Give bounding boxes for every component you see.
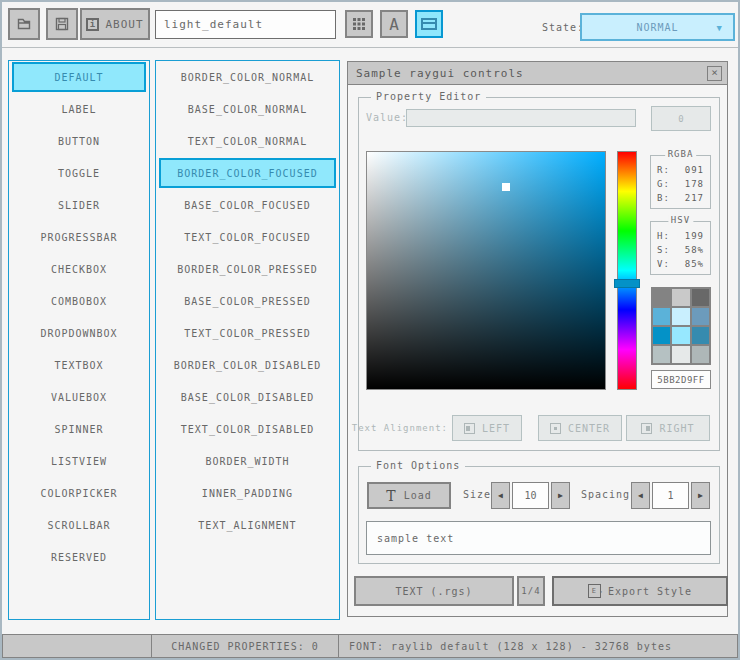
close-button[interactable]: ×	[707, 66, 722, 81]
palette-color[interactable]	[653, 289, 670, 306]
style-table-mode-button[interactable]	[345, 10, 373, 38]
list-item-text-color-pressed[interactable]: TEXT_COLOR_PRESSED	[156, 317, 339, 349]
list-item-progressbar[interactable]: PROGRESSBAR	[9, 221, 149, 253]
export-style-button[interactable]: E› Export Style	[552, 576, 728, 606]
controls-mode-button[interactable]	[415, 10, 443, 38]
palette-color[interactable]	[672, 289, 689, 306]
list-item-base-color-pressed[interactable]: BASE_COLOR_PRESSED	[156, 285, 339, 317]
statusbar-left-section	[2, 634, 152, 658]
state-label: State:	[542, 22, 584, 33]
size-increment-button[interactable]: ▶	[551, 482, 570, 509]
sample-window: Sample raygui controls × Property Editor…	[347, 61, 728, 617]
list-item-default[interactable]: DEFAULT	[12, 62, 146, 92]
save-file-button[interactable]	[46, 8, 78, 40]
rgba-group: RGBA R:091 G:178 B:217	[650, 155, 711, 209]
controls-listview: DEFAULT LABEL BUTTON TOGGLE SLIDER PROGR…	[8, 60, 150, 620]
list-item-border-color-disabled[interactable]: BORDER_COLOR_DISABLED	[156, 349, 339, 381]
spacing-decrement-button[interactable]: ◀	[631, 482, 650, 509]
arrow-left-icon: ◀	[638, 491, 643, 500]
list-item-button[interactable]: BUTTON	[9, 125, 149, 157]
palette-color[interactable]	[692, 346, 709, 363]
list-item-dropdownbox[interactable]: DROPDOWNBOX	[9, 317, 149, 349]
rgba-row-g: G:178	[651, 179, 710, 192]
list-item-checkbox[interactable]: CHECKBOX	[9, 253, 149, 285]
font-sample-textbox[interactable]: sample text	[366, 521, 711, 555]
about-button[interactable]: i ABOUT	[80, 8, 150, 40]
palette-color[interactable]	[653, 346, 670, 363]
list-item-border-color-pressed[interactable]: BORDER_COLOR_PRESSED	[156, 253, 339, 285]
spacing-increment-button[interactable]: ▶	[691, 482, 710, 509]
list-item-text-color-disabled[interactable]: TEXT_COLOR_DISABLED	[156, 413, 339, 445]
palette-color[interactable]	[672, 346, 689, 363]
about-button-label: ABOUT	[105, 18, 143, 31]
open-file-button[interactable]	[8, 8, 40, 40]
list-item-border-color-normal[interactable]: BORDER_COLOR_NORMAL	[156, 61, 339, 93]
list-item-base-color-normal[interactable]: BASE_COLOR_NORMAL	[156, 93, 339, 125]
align-center-button[interactable]: CENTER	[538, 415, 622, 441]
text-glyph-icon: T	[386, 489, 396, 503]
list-item-text-alignment[interactable]: TEXT_ALIGNMENT	[156, 509, 339, 541]
list-item-toggle[interactable]: TOGGLE	[9, 157, 149, 189]
window-icon	[421, 18, 437, 30]
color-saturation-value-picker[interactable]	[366, 151, 606, 390]
hue-slider-thumb[interactable]	[614, 279, 640, 288]
list-item-text-color-normal[interactable]: TEXT_COLOR_NORMAL	[156, 125, 339, 157]
property-editor-group-label: Property Editor	[371, 91, 486, 102]
export-format-button[interactable]: TEXT (.rgs)	[354, 576, 514, 606]
size-decrement-button[interactable]: ◀	[491, 482, 510, 509]
grid-icon	[352, 17, 366, 31]
palette-color[interactable]	[653, 308, 670, 325]
rguistyler-window: i ABOUT A State: NORMAL ▼ DEFAULT LABEL …	[0, 0, 740, 660]
value-input[interactable]	[406, 109, 636, 127]
list-item-text-color-focused[interactable]: TEXT_COLOR_FOCUSED	[156, 221, 339, 253]
color-picker-marker[interactable]	[502, 183, 510, 191]
hsv-group: HSV H:199 S:58% V:85%	[650, 221, 711, 275]
list-item-textbox[interactable]: TEXTBOX	[9, 349, 149, 381]
folder-icon	[16, 16, 32, 32]
list-item-listview[interactable]: LISTVIEW	[9, 445, 149, 477]
align-center-icon	[550, 423, 561, 434]
info-icon: i	[86, 18, 99, 31]
palette-color[interactable]	[653, 327, 670, 344]
state-dropdown-value: NORMAL	[636, 22, 678, 33]
list-item-base-color-disabled[interactable]: BASE_COLOR_DISABLED	[156, 381, 339, 413]
spacing-value[interactable]: 1	[652, 482, 689, 509]
list-item-border-color-focused[interactable]: BORDER_COLOR_FOCUSED	[159, 158, 336, 188]
palette-color[interactable]	[672, 327, 689, 344]
list-item-slider[interactable]: SLIDER	[9, 189, 149, 221]
text-alignment-label: Text Alignment:	[350, 423, 448, 433]
palette-color[interactable]	[692, 308, 709, 325]
size-value[interactable]: 10	[512, 482, 549, 509]
list-item-scrollbar[interactable]: SCROLLBAR	[9, 509, 149, 541]
list-item-colorpicker[interactable]: COLORPICKER	[9, 477, 149, 509]
list-item-spinner[interactable]: SPINNER	[9, 413, 149, 445]
hsv-row-s: S:58%	[651, 245, 710, 258]
value-apply-button[interactable]: 0	[651, 106, 711, 131]
list-item-inner-padding[interactable]: INNER_PADDING	[156, 477, 339, 509]
hex-color-value[interactable]: 5BB2D9FF	[651, 370, 711, 389]
load-font-button[interactable]: T Load	[367, 482, 451, 509]
list-item-border-width[interactable]: BORDER_WIDTH	[156, 445, 339, 477]
properties-listview: BORDER_COLOR_NORMAL BASE_COLOR_NORMAL TE…	[155, 60, 340, 620]
rgba-row-r: R:091	[651, 165, 710, 178]
palette-color[interactable]	[672, 308, 689, 325]
palette-color[interactable]	[692, 327, 709, 344]
font-mode-button[interactable]: A	[380, 10, 408, 38]
list-item-label[interactable]: LABEL	[9, 93, 149, 125]
state-dropdown[interactable]: NORMAL ▼	[580, 13, 735, 41]
style-name-input[interactable]	[155, 10, 336, 39]
palette-color[interactable]	[692, 289, 709, 306]
list-item-base-color-focused[interactable]: BASE_COLOR_FOCUSED	[156, 189, 339, 221]
list-item-reserved[interactable]: RESERVED	[9, 541, 149, 573]
list-item-combobox[interactable]: COMBOBOX	[9, 285, 149, 317]
align-left-button[interactable]: LEFT	[452, 415, 522, 441]
close-icon: ×	[711, 66, 718, 79]
align-left-icon	[464, 423, 475, 434]
align-right-button[interactable]: RIGHT	[626, 415, 710, 441]
hsv-row-v: V:85%	[651, 259, 710, 272]
hsv-row-h: H:199	[651, 231, 710, 244]
format-page-button[interactable]: 1/4	[517, 576, 545, 606]
arrow-left-icon: ◀	[498, 491, 503, 500]
hue-slider[interactable]	[617, 151, 637, 390]
list-item-valuebox[interactable]: VALUEBOX	[9, 381, 149, 413]
